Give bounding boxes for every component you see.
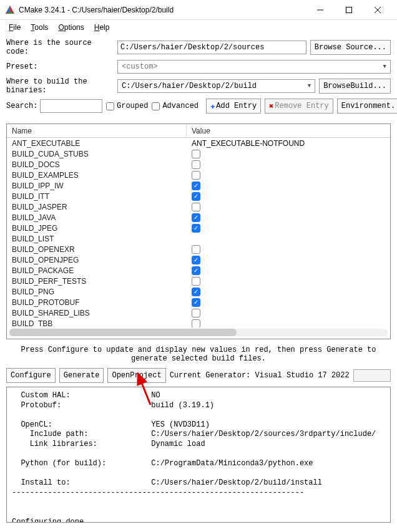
table-row[interactable]: BUILD_PROTOBUF — [7, 297, 390, 307]
cell-name: BUILD_PROTOBUF — [7, 298, 187, 307]
checkbox[interactable] — [192, 266, 200, 275]
table-row[interactable]: BUILD_OPENEXR — [7, 244, 390, 254]
checkbox[interactable] — [192, 192, 200, 201]
table-row[interactable]: BUILD_JPEG — [7, 223, 390, 233]
checkbox[interactable] — [192, 213, 200, 222]
minimize-button[interactable] — [306, 0, 335, 20]
table-body[interactable]: ANT_EXECUTABLEANT_EXECUTABLE-NOTFOUNDBUI… — [7, 138, 390, 327]
cell-value[interactable] — [187, 288, 390, 296]
table-row[interactable]: BUILD_DOCS — [7, 159, 390, 170]
table-row[interactable]: BUILD_CUDA_STUBS — [7, 148, 390, 159]
checkbox[interactable] — [192, 245, 200, 254]
cell-value[interactable] — [187, 309, 390, 317]
cell-value[interactable] — [187, 150, 390, 158]
checkbox[interactable] — [192, 150, 200, 158]
cell-value[interactable]: ANT_EXECUTABLE-NOTFOUND — [187, 139, 390, 148]
advanced-checkbox[interactable]: Advanced — [152, 102, 198, 110]
table-row[interactable]: BUILD_LIST — [7, 233, 390, 244]
checkbox[interactable] — [192, 160, 200, 169]
cell-name: BUILD_ITT — [7, 192, 187, 201]
current-generator-label: Current Generator: Visual Studio 17 2022 — [170, 371, 350, 380]
menu-file[interactable]: File — [5, 22, 24, 33]
cache-table: Name Value ANT_EXECUTABLEANT_EXECUTABLE-… — [6, 123, 391, 339]
close-button[interactable] — [363, 0, 392, 20]
search-input[interactable] — [40, 99, 102, 113]
source-input[interactable] — [117, 41, 306, 54]
cell-value[interactable] — [187, 256, 390, 264]
cell-value[interactable] — [187, 277, 390, 286]
checkbox[interactable] — [192, 288, 200, 296]
binaries-label: Where to build the binaries: — [6, 77, 114, 95]
table-row[interactable]: BUILD_OPENJPEG — [7, 254, 390, 265]
window-title: CMake 3.24.1 - C:/Users/haier/Desktop/2/… — [19, 6, 306, 14]
grouped-checkbox[interactable]: Grouped — [106, 102, 148, 110]
menu-tools[interactable]: Tools — [27, 22, 52, 33]
cell-name: BUILD_JPEG — [7, 224, 187, 233]
table-row[interactable]: BUILD_IPP_IW — [7, 180, 390, 191]
open-project-button[interactable]: Open Project — [107, 368, 165, 383]
configure-button[interactable]: Configure — [6, 368, 56, 383]
browse-build-button[interactable]: Browse Build... — [319, 79, 391, 94]
checkbox[interactable] — [192, 277, 200, 286]
cell-name: BUILD_LIST — [7, 235, 187, 243]
output-log[interactable]: Custom HAL: NO Protobuf: build (3.19.1) … — [6, 387, 391, 523]
checkbox[interactable] — [192, 181, 200, 190]
checkbox[interactable] — [192, 203, 200, 211]
checkbox[interactable] — [192, 309, 200, 317]
col-value[interactable]: Value — [187, 125, 390, 137]
cell-value[interactable] — [187, 266, 390, 275]
cell-name: BUILD_PERF_TESTS — [7, 277, 187, 286]
table-row[interactable]: BUILD_JAVA — [7, 212, 390, 223]
menu-help[interactable]: Help — [91, 22, 114, 33]
cell-name: BUILD_PNG — [7, 288, 187, 296]
cell-value[interactable] — [187, 319, 390, 328]
table-row[interactable]: BUILD_SHARED_LIBS — [7, 307, 390, 318]
checkbox[interactable] — [192, 298, 200, 307]
table-row[interactable]: BUILD_TBB — [7, 318, 390, 327]
environment-button[interactable]: Environment... — [337, 99, 397, 114]
col-name[interactable]: Name — [7, 125, 187, 137]
table-row[interactable]: BUILD_PNG — [7, 286, 390, 297]
checkbox[interactable] — [192, 319, 200, 328]
cell-name: BUILD_TBB — [7, 319, 187, 328]
hint-text: Press Configure to update and display ne… — [0, 339, 397, 367]
checkbox[interactable] — [192, 256, 200, 264]
checkbox[interactable] — [192, 224, 200, 233]
generate-button[interactable]: Generate — [59, 368, 104, 383]
table-row[interactable]: BUILD_EXAMPLES — [7, 170, 390, 180]
cell-value[interactable] — [187, 203, 390, 211]
cell-value[interactable] — [187, 181, 390, 190]
plus-icon: ✚ — [210, 102, 215, 111]
cell-value[interactable] — [187, 192, 390, 201]
add-entry-button[interactable]: ✚Add Entry — [206, 99, 261, 114]
cell-name: BUILD_DOCS — [7, 160, 187, 169]
table-row[interactable]: BUILD_ITT — [7, 191, 390, 201]
table-row[interactable]: BUILD_PERF_TESTS — [7, 276, 390, 286]
remove-entry-button[interactable]: ✖Remove Entry — [265, 99, 333, 114]
cell-name: BUILD_EXAMPLES — [7, 171, 187, 180]
table-row[interactable]: BUILD_JASPER — [7, 201, 390, 212]
cell-name: BUILD_CUDA_STUBS — [7, 150, 187, 158]
binaries-combo[interactable]: C:/Users/haier/Desktop/2/build▼ — [117, 79, 315, 93]
table-row[interactable]: ANT_EXECUTABLEANT_EXECUTABLE-NOTFOUND — [7, 138, 390, 148]
cell-value[interactable] — [187, 160, 390, 169]
cell-name: BUILD_IPP_IW — [7, 181, 187, 190]
x-icon: ✖ — [269, 102, 273, 111]
preset-label: Preset: — [6, 62, 114, 71]
maximize-button[interactable] — [335, 0, 363, 20]
cell-value[interactable] — [187, 213, 390, 222]
chevron-down-icon: ▼ — [308, 83, 311, 89]
table-row[interactable]: BUILD_PACKAGE — [7, 265, 390, 276]
browse-source-button[interactable]: Browse Source... — [310, 40, 391, 55]
source-label: Where is the source code: — [6, 39, 114, 56]
cell-value[interactable] — [187, 298, 390, 307]
checkbox[interactable] — [192, 171, 200, 180]
preset-combo[interactable]: <custom>▼ — [117, 60, 391, 74]
svg-rect-4 — [346, 7, 352, 12]
cell-value[interactable] — [187, 245, 390, 254]
menu-options[interactable]: Options — [54, 22, 87, 33]
h-scrollbar[interactable] — [9, 329, 388, 336]
cell-value[interactable] — [187, 171, 390, 180]
cell-value[interactable] — [187, 224, 390, 233]
cmake-icon — [5, 5, 15, 15]
